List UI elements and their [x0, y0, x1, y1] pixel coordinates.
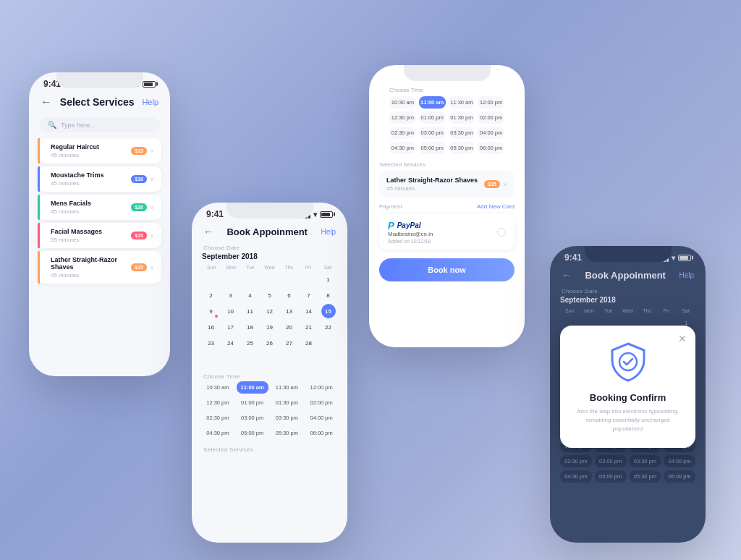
- cal-day-cell[interactable]: 24: [224, 336, 238, 350]
- time-slot-4[interactable]: 04:00 pm: [664, 455, 695, 467]
- time-slot-3[interactable]: 12:00 pm: [478, 96, 504, 109]
- time-slot-3[interactable]: 11:00 am: [419, 96, 446, 109]
- back-button-1[interactable]: ←: [41, 96, 52, 109]
- time-slot[interactable]: 02:00 pm: [305, 396, 337, 409]
- cal-day-cell[interactable]: 14: [302, 304, 316, 318]
- search-bar-1[interactable]: 🔍 Type here...: [39, 117, 160, 132]
- time-slot[interactable]: 05:30 pm: [271, 427, 303, 439]
- time-slot-3[interactable]: 04:30 pm: [389, 142, 416, 154]
- time-slot-4[interactable]: 05:00 pm: [595, 470, 627, 483]
- help-button-1[interactable]: Help: [142, 98, 158, 106]
- time-slot-4[interactable]: 02:30 pm: [560, 455, 592, 467]
- time-slot-3[interactable]: 02:30 pm: [389, 127, 416, 139]
- time-slot[interactable]: 02:30 pm: [202, 412, 234, 424]
- add-card-button-3[interactable]: Add New Card: [477, 203, 515, 210]
- time-slot[interactable]: 03:00 pm: [237, 412, 268, 424]
- time-slot[interactable]: 12:00 pm: [305, 381, 337, 394]
- time-slot-3[interactable]: 01:00 pm: [419, 111, 446, 124]
- cal-day-cell[interactable]: 7: [302, 288, 316, 302]
- cal-day-header: Tue: [240, 265, 260, 270]
- cal-day-cell[interactable]: 1: [321, 272, 336, 287]
- time-slot-4[interactable]: 05:30 pm: [630, 470, 661, 483]
- help-button-4[interactable]: Help: [679, 271, 694, 279]
- time-slot-3[interactable]: 05:00 pm: [419, 142, 446, 154]
- modal-close-button[interactable]: ✕: [678, 333, 687, 344]
- cal-day-cell[interactable]: 22: [321, 320, 336, 334]
- page-title-4: Book Appoinment: [585, 270, 665, 281]
- service-duration: 45 minutes: [51, 180, 104, 187]
- cal-day-cell[interactable]: 18: [243, 320, 258, 334]
- svg-point-0: [619, 353, 637, 370]
- time-slot[interactable]: 05:00 pm: [237, 427, 268, 439]
- time-slot-4[interactable]: 03:00 pm: [595, 455, 627, 467]
- service-name: Lather Straight-Razor Shaves: [51, 256, 131, 271]
- time-slot[interactable]: 11:00 am: [237, 381, 268, 394]
- cal-day-cell[interactable]: 13: [282, 304, 297, 318]
- cal-day-cell[interactable]: 16: [204, 320, 219, 334]
- cal-day-cell[interactable]: 2: [204, 288, 219, 302]
- time-slot[interactable]: 06:00 pm: [305, 427, 337, 439]
- cal-day-cell[interactable]: 26: [263, 336, 277, 350]
- cal-day-cell[interactable]: 20: [282, 320, 297, 334]
- time-slot[interactable]: 10:30 am: [202, 381, 234, 394]
- time-slot-3[interactable]: 03:30 pm: [449, 127, 475, 139]
- cal-day-cell[interactable]: 25: [243, 336, 258, 350]
- cal-day-cell[interactable]: 6: [282, 288, 297, 302]
- time-grid-2: 10:30 am11:00 am11:30 am12:00 pm12:30 pm…: [192, 381, 347, 439]
- service-item[interactable]: Moustache Trims 45 minutes $18 ∨: [38, 166, 161, 192]
- cal-day-cell[interactable]: 17: [224, 320, 238, 334]
- time-slot-3[interactable]: 04:00 pm: [478, 127, 504, 139]
- search-input-1[interactable]: Type here...: [61, 122, 96, 129]
- cal-day-cell[interactable]: 9: [204, 304, 219, 318]
- book-now-button-3[interactable]: Book now: [379, 258, 515, 281]
- cal-day-cell[interactable]: 12: [263, 304, 277, 318]
- service-info: Regular Haircut 45 minutes: [45, 143, 99, 158]
- service-item[interactable]: Regular Haircut 45 minutes $15 ∨: [38, 138, 161, 164]
- payment-card-3[interactable]: P PayPal Madbrains@co.in Added on 10/12/…: [379, 214, 515, 250]
- service-item[interactable]: Facial Massages 55 minutes $15 ∨: [38, 223, 161, 248]
- time-slot-4[interactable]: 04:30 pm: [560, 470, 592, 483]
- cal-day-cell[interactable]: 5: [263, 288, 277, 302]
- back-button-2[interactable]: ←: [203, 226, 213, 237]
- service-info: Moustache Trims 45 minutes: [45, 171, 104, 187]
- cal-day-cell[interactable]: 3: [224, 288, 238, 302]
- cal-day-cell[interactable]: 19: [263, 320, 277, 334]
- time-slot-3[interactable]: 11:30 am: [449, 96, 475, 109]
- time-slot[interactable]: 03:30 pm: [271, 412, 303, 424]
- time-slot-3[interactable]: 03:00 pm: [419, 127, 446, 139]
- time-slot-3[interactable]: 01:30 pm: [449, 111, 475, 124]
- cal-day-header: Sat: [318, 265, 337, 270]
- time-slot[interactable]: 04:30 pm: [202, 427, 234, 439]
- help-button-2[interactable]: Help: [321, 228, 336, 236]
- selected-services-label-2: Selected Services: [192, 444, 347, 454]
- cal-day-cell[interactable]: 23: [204, 336, 219, 350]
- service-info: Lather Straight-Razor Shaves 45 minutes: [45, 256, 131, 279]
- time-slot[interactable]: 01:30 pm: [271, 396, 303, 409]
- cal-day-cell[interactable]: 4: [243, 288, 258, 302]
- service-item[interactable]: Mens Facials 45 minutes $26 ∨: [38, 195, 161, 220]
- calendar-month-2: September 2018: [202, 253, 337, 260]
- service-item[interactable]: Lather Straight-Razor Shaves 45 minutes …: [38, 251, 161, 284]
- back-button-4[interactable]: ←: [562, 269, 572, 281]
- confirm-title: Booking Confirm: [572, 392, 684, 403]
- payment-radio-3[interactable]: [497, 228, 506, 237]
- cal-day-cell[interactable]: 21: [302, 320, 316, 334]
- cal-day-cell[interactable]: 11: [243, 304, 258, 318]
- time-slot-3[interactable]: 05:30 pm: [449, 142, 475, 154]
- cal-day-cell[interactable]: 15: [321, 304, 336, 318]
- choose-time-label-3: Choose Time: [379, 87, 515, 93]
- time-slot-3[interactable]: 02:00 pm: [478, 111, 504, 124]
- time-slot-3[interactable]: 12:30 pm: [389, 111, 416, 124]
- cal-day-cell[interactable]: 27: [282, 336, 297, 350]
- cal-day-cell[interactable]: 8: [321, 288, 336, 302]
- time-slot-3[interactable]: 10:30 am: [389, 96, 416, 109]
- time-slot[interactable]: 12:30 pm: [202, 396, 234, 409]
- time-slot-3[interactable]: 06:00 pm: [478, 142, 504, 154]
- cal-day-cell[interactable]: 10: [224, 304, 238, 318]
- cal-day-cell[interactable]: 28: [302, 336, 316, 350]
- time-slot-4[interactable]: 06:00 pm: [664, 470, 695, 483]
- time-slot[interactable]: 11:30 am: [271, 381, 303, 394]
- time-slot[interactable]: 01:00 pm: [237, 396, 268, 409]
- time-slot-4[interactable]: 03:30 pm: [630, 455, 661, 467]
- time-slot[interactable]: 04:00 pm: [305, 412, 337, 424]
